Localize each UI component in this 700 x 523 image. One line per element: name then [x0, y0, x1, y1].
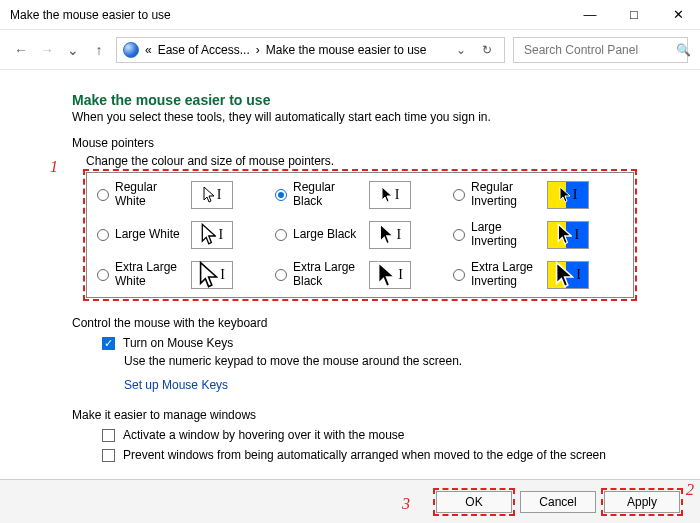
address-dropdown-icon[interactable]: ⌄ [452, 43, 470, 57]
pointers-subtitle: Change the colour and size of mouse poin… [86, 154, 640, 168]
address-prefix: « [145, 43, 152, 57]
cancel-button[interactable]: Cancel [520, 491, 596, 513]
cancel-label: Cancel [539, 495, 576, 509]
hover-label: Activate a window by hovering over it wi… [123, 428, 404, 442]
pointer-option-7[interactable]: Extra Large Black I [275, 261, 445, 289]
title-bar: Make the mouse easier to use — □ ✕ [0, 0, 700, 30]
maximize-button[interactable]: □ [612, 0, 656, 29]
annotation-2: 2 [686, 481, 694, 499]
pointer-preview-7: I [369, 261, 411, 289]
pointer-preview-2: I [547, 181, 589, 209]
pointer-radio-0[interactable] [97, 189, 109, 201]
pointer-label-0: Regular White [115, 181, 185, 209]
pointer-preview-4: I [369, 221, 411, 249]
pointer-radio-2[interactable] [453, 189, 465, 201]
annotation-1: 1 [50, 158, 58, 176]
pointer-radio-7[interactable] [275, 269, 287, 281]
pointer-radio-4[interactable] [275, 229, 287, 241]
forward-button[interactable]: → [38, 42, 56, 58]
footer: 3 OK Cancel Apply 2 [0, 479, 700, 523]
pointer-radio-1[interactable] [275, 189, 287, 201]
pointer-option-3[interactable]: Large White I [97, 221, 267, 249]
back-button[interactable]: ← [12, 42, 30, 58]
minimize-button[interactable]: — [568, 0, 612, 29]
pointer-radio-8[interactable] [453, 269, 465, 281]
close-button[interactable]: ✕ [656, 0, 700, 29]
search-input[interactable] [522, 42, 676, 58]
mousekeys-row[interactable]: ✓ Turn on Mouse Keys [102, 336, 640, 350]
content-area: Make the mouse easier to use When you se… [0, 70, 700, 480]
window-controls: — □ ✕ [568, 0, 700, 29]
pointer-label-2: Regular Inverting [471, 181, 541, 209]
pointer-label-8: Extra Large Inverting [471, 261, 541, 289]
prevent-label: Prevent windows from being automatically… [123, 448, 606, 462]
pointer-label-3: Large White [115, 228, 185, 242]
mousekeys-desc: Use the numeric keypad to move the mouse… [124, 354, 640, 368]
pointer-label-7: Extra Large Black [293, 261, 363, 289]
control-panel-icon [123, 42, 139, 58]
pointer-preview-0: I [191, 181, 233, 209]
pointer-label-6: Extra Large White [115, 261, 185, 289]
recent-dropdown[interactable]: ⌄ [64, 42, 82, 58]
pointer-option-8[interactable]: Extra Large Inverting I [453, 261, 623, 289]
apply-button[interactable]: Apply [604, 491, 680, 513]
mousekeys-link[interactable]: Set up Mouse Keys [124, 378, 640, 392]
pointer-label-4: Large Black [293, 228, 363, 242]
pointer-option-1[interactable]: Regular Black I [275, 181, 445, 209]
windows-section-label: Make it easier to manage windows [72, 408, 640, 422]
page-title: Make the mouse easier to use [72, 92, 640, 108]
pointer-preview-6: I [191, 261, 233, 289]
refresh-icon[interactable]: ↻ [476, 43, 498, 57]
search-icon[interactable]: 🔍 [676, 43, 691, 57]
pointer-option-0[interactable]: Regular White I [97, 181, 267, 209]
pointer-option-5[interactable]: Large Inverting I [453, 221, 623, 249]
annotation-3: 3 [402, 495, 410, 513]
keyboard-section-label: Control the mouse with the keyboard [72, 316, 640, 330]
pointer-option-4[interactable]: Large Black I [275, 221, 445, 249]
prevent-checkbox[interactable] [102, 449, 115, 462]
hover-row[interactable]: Activate a window by hovering over it wi… [102, 428, 640, 442]
pointer-preview-1: I [369, 181, 411, 209]
up-button[interactable]: ↑ [90, 42, 108, 58]
pointer-radio-5[interactable] [453, 229, 465, 241]
mousekeys-checkbox[interactable]: ✓ [102, 337, 115, 350]
prevent-row[interactable]: Prevent windows from being automatically… [102, 448, 640, 462]
pointer-preview-5: I [547, 221, 589, 249]
window-title: Make the mouse easier to use [10, 8, 568, 22]
pointer-label-5: Large Inverting [471, 221, 541, 249]
search-box[interactable]: 🔍 [513, 37, 688, 63]
ok-button[interactable]: OK [436, 491, 512, 513]
pointer-radio-6[interactable] [97, 269, 109, 281]
pointer-label-1: Regular Black [293, 181, 363, 209]
pointer-options-group: Regular White I Regular Black I Regular … [86, 172, 634, 298]
pointer-option-6[interactable]: Extra Large White I [97, 261, 267, 289]
page-subtitle: When you select these tools, they will a… [72, 110, 640, 124]
mousekeys-label: Turn on Mouse Keys [123, 336, 233, 350]
pointer-preview-3: I [191, 221, 233, 249]
breadcrumb-sep: › [256, 43, 260, 57]
breadcrumb-1[interactable]: Ease of Access... [158, 43, 250, 57]
apply-label: Apply [627, 495, 657, 509]
pointers-section-label: Mouse pointers [72, 136, 640, 150]
pointer-option-2[interactable]: Regular Inverting I [453, 181, 623, 209]
pointer-radio-3[interactable] [97, 229, 109, 241]
ok-label: OK [465, 495, 482, 509]
hover-checkbox[interactable] [102, 429, 115, 442]
toolbar: ← → ⌄ ↑ « Ease of Access... › Make the m… [0, 30, 700, 70]
breadcrumb-2[interactable]: Make the mouse easier to use [266, 43, 446, 57]
pointer-preview-8: I [547, 261, 589, 289]
address-bar[interactable]: « Ease of Access... › Make the mouse eas… [116, 37, 505, 63]
